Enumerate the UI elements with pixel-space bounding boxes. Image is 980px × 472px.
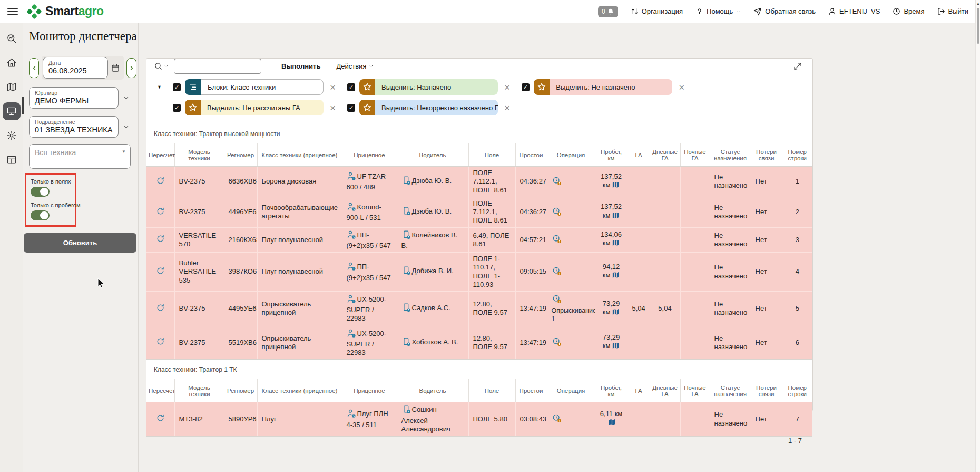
equipment-row[interactable]: VERSATILE 5702160КХ68Плуг полунавеснойПП… xyxy=(146,227,812,253)
date-next-button[interactable] xyxy=(126,58,136,78)
cell-text: ПОЛЕ 5.80 xyxy=(473,415,507,423)
cell-text: Не назначено xyxy=(714,334,748,351)
page-title: Монитор диспетчера xyxy=(29,30,137,43)
sidebar-item-home[interactable] xyxy=(3,54,21,72)
search-input[interactable] xyxy=(174,59,261,74)
cell-cls: Плуг xyxy=(257,402,342,436)
chip-close-icon[interactable]: × xyxy=(504,103,510,113)
filter-chip[interactable]: Выделить: Назначено xyxy=(359,79,498,95)
chevron-down-icon xyxy=(164,64,169,69)
column-header: Пересчет xyxy=(146,379,174,402)
sidebar-item-table-grid[interactable] xyxy=(3,151,21,169)
nav-item-swap-vertical[interactable]: Организация xyxy=(631,7,683,15)
chevron-down-icon[interactable] xyxy=(121,123,131,130)
nav-item-paper-plane[interactable]: Обратная связь xyxy=(753,7,816,16)
recalculate-icon[interactable] xyxy=(156,303,165,312)
chip-checkbox[interactable]: ✓ xyxy=(347,104,355,112)
chip-close-icon[interactable]: × xyxy=(679,82,684,92)
equipment-row[interactable]: BV-23754495УЕ68Опрыскиватель прицепнойUX… xyxy=(146,292,812,326)
date-row: Дата 06.08.2025 xyxy=(29,56,136,80)
only-in-fields-toggle[interactable] xyxy=(31,187,50,197)
page-scrollbar[interactable]: ▲ xyxy=(975,0,980,472)
sidebar-item-monitor[interactable] xyxy=(3,102,21,120)
cell-field: 12.80, ПОЛЕ 9.57 xyxy=(468,326,515,360)
execute-button[interactable]: Выполнить xyxy=(276,59,326,73)
equipment-row[interactable]: BV-23756636ХВ68Борона дисковаяUF TZAR 60… xyxy=(146,167,812,197)
scrollbar-up-arrow-icon[interactable]: ▲ xyxy=(976,2,980,5)
search-scope-dropdown[interactable] xyxy=(154,62,169,71)
cell-text: Не назначено xyxy=(714,300,748,316)
track-map-icon[interactable] xyxy=(608,418,616,428)
nav-item-question[interactable]: Помощь xyxy=(695,7,741,15)
chip-checkbox[interactable]: ✓ xyxy=(173,104,181,112)
cell-trailer: Плуг ПЛН 4-35 / 511 xyxy=(342,402,397,436)
scrollbar-thumb[interactable] xyxy=(977,8,979,44)
date-field[interactable]: Дата 06.08.2025 xyxy=(43,57,108,79)
splitter-handle[interactable] xyxy=(22,97,24,114)
track-map-icon[interactable] xyxy=(612,239,620,249)
only-with-mileage-toggle[interactable] xyxy=(31,210,50,220)
cell-text: Плуг полунавесной xyxy=(262,267,323,275)
nav-item-clock[interactable]: Время xyxy=(893,7,924,15)
legal-entity-select[interactable]: Юр.лицо ДЕМО ФЕРМЫ xyxy=(29,87,119,109)
hamburger-menu-icon[interactable] xyxy=(7,8,18,15)
filter-chip[interactable]: Блоки: Класс техники xyxy=(185,79,324,95)
column-header: Регномер xyxy=(224,143,257,167)
equipment-row[interactable]: Buhler VERSATILE 5353987КО68Плуг полунав… xyxy=(146,253,812,292)
check-icon: ✓ xyxy=(349,104,354,111)
cell-cls: Борона дисковая xyxy=(257,167,342,197)
recalculate-icon[interactable] xyxy=(156,413,165,422)
chip-row: ▼✓ Блоки: Класс техники ×✓ Выделить: Наз… xyxy=(157,79,805,95)
date-prev-button[interactable] xyxy=(29,58,39,78)
sidebar-item-analytics-search[interactable] xyxy=(3,30,21,47)
division-select[interactable]: Подразделение 01 ЗВЕЗДА ТЕХНИКА xyxy=(29,116,119,138)
chevron-down-icon[interactable] xyxy=(121,94,131,101)
recalculate-icon[interactable] xyxy=(156,234,165,243)
track-map-icon[interactable] xyxy=(612,181,620,191)
person-clock-icon xyxy=(347,230,356,242)
nav-item-person[interactable]: EFTENIJ_VS xyxy=(828,7,880,15)
expand-fullscreen-icon[interactable] xyxy=(793,62,805,71)
recalculate-icon[interactable] xyxy=(156,207,165,216)
cell-text: 6.49, ПОЛЕ 8.61 xyxy=(473,232,509,248)
refresh-data-button[interactable]: Обновить xyxy=(24,233,136,253)
notifications-badge[interactable]: 0 xyxy=(598,6,618,17)
track-map-icon[interactable] xyxy=(612,342,620,352)
app-logo[interactable]: Smartagro xyxy=(26,4,104,20)
date-group: Дата 06.08.2025 xyxy=(42,56,124,80)
recalculate-icon[interactable] xyxy=(156,266,165,275)
filter-chip[interactable]: Выделить: Некорректно назначено ПЗ xyxy=(359,100,498,115)
actions-dropdown[interactable]: Действия xyxy=(331,59,379,73)
sidebar-item-settings-gear[interactable] xyxy=(3,127,21,145)
filter-chip[interactable]: Выделить: Не назначено xyxy=(534,79,672,95)
cell-text: Опрыскиватель прицепной xyxy=(262,300,311,316)
dispatcher-report-card: Выполнить Действия ▼✓ Блоки: Класс техни… xyxy=(146,58,813,411)
table-header-row: ПересчетМодель техникиРегномерКласс техн… xyxy=(146,143,812,167)
recalculate-icon[interactable] xyxy=(156,176,165,185)
track-map-icon[interactable] xyxy=(612,211,620,221)
chip-checkbox[interactable]: ✓ xyxy=(347,83,355,91)
calendar-icon[interactable] xyxy=(108,63,123,73)
track-map-icon[interactable] xyxy=(612,271,620,281)
chip-checkbox[interactable]: ✓ xyxy=(522,83,530,91)
chip-close-icon[interactable]: × xyxy=(330,82,336,92)
sidebar-item-map[interactable] xyxy=(3,78,21,96)
equipment-row[interactable]: BV-23755519ХВ68Опрыскиватель прицепнойUX… xyxy=(146,326,812,360)
equipment-multiselect[interactable]: Вся техника ▼ xyxy=(29,144,131,169)
chip-close-icon[interactable]: × xyxy=(330,103,336,113)
collapse-triangle-icon[interactable]: ▼ xyxy=(157,84,166,90)
track-map-icon[interactable] xyxy=(612,308,620,318)
legal-entity-row: Юр.лицо ДЕМО ФЕРМЫ xyxy=(29,87,136,109)
chip-checkbox[interactable]: ✓ xyxy=(173,83,181,91)
recalculate-icon[interactable] xyxy=(156,337,165,346)
cell-reg: 4495УЕ68 xyxy=(224,292,257,326)
chip-close-icon[interactable]: × xyxy=(504,82,510,92)
nav-item-logout[interactable]: Выйти xyxy=(937,7,969,15)
cell-text: BV-2375 xyxy=(179,339,205,346)
filter-chip[interactable]: Выделить: Не рассчитаны ГА xyxy=(185,100,324,115)
driver-text: Садков А.С. xyxy=(412,304,450,312)
equipment-row[interactable]: BV-23754496УЕ68Почвообрабатывающие агрег… xyxy=(146,197,812,227)
cell-text: ПОЛЕ 1-110.17, ПОЛЕ 1-110.93 xyxy=(473,255,501,288)
equipment-row[interactable]: МТЗ-825890УР68ПлугПлуг ПЛН 4-35 / 511Сош… xyxy=(146,402,812,436)
cell-text: 3 xyxy=(796,236,799,244)
